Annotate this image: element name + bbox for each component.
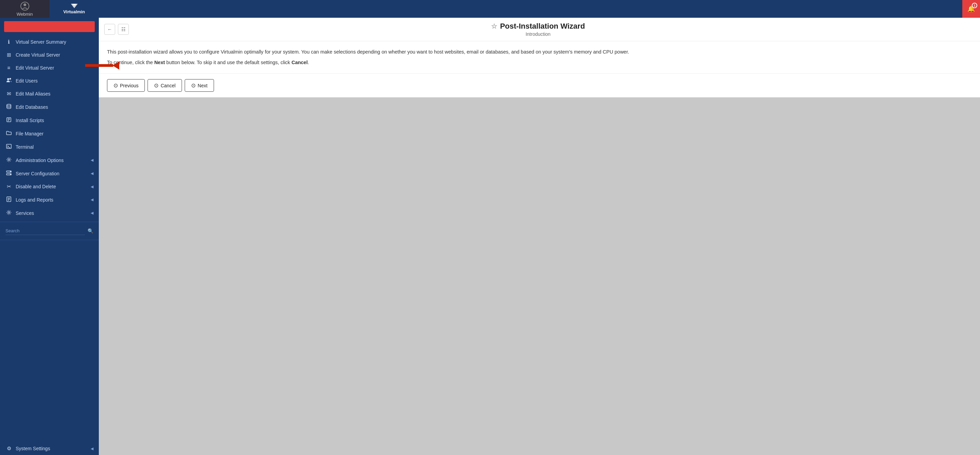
mail-icon: ✉ [5, 91, 12, 97]
webmin-icon [20, 2, 30, 11]
plus-icon: ⊞ [5, 52, 12, 58]
previous-button[interactable]: ⊙ Previous [107, 79, 145, 92]
users-icon [5, 77, 12, 84]
svg-point-17 [10, 174, 11, 175]
wizard-body-line2: To continue, click the Next button below… [107, 59, 972, 67]
sidebar-item-services[interactable]: Services ◀ [0, 206, 99, 220]
wizard-panel: ← ☷ ☆ Post-Installation Wizard Introduct… [99, 18, 980, 97]
svg-point-16 [10, 171, 11, 172]
virtualmin-label: Virtualmin [64, 9, 85, 14]
wizard-body-line1: This post-installation wizard allows you… [107, 48, 972, 56]
sidebar-divider [0, 222, 99, 222]
sidebar-item-disable-and-delete[interactable]: ✂ Disable and Delete ◀ [0, 180, 99, 193]
top-bar: Webmin Virtualmin 🔔 1 [0, 0, 980, 18]
sidebar-item-virtual-server-summary[interactable]: ℹ Virtual Server Summary [0, 35, 99, 48]
next-icon: ⊙ [191, 82, 196, 89]
sidebar-item-label: Terminal [16, 144, 34, 150]
sidebar: ℹ Virtual Server Summary ⊞ Create Virtua… [0, 18, 99, 455]
sidebar-item-label: File Manager [16, 131, 44, 136]
sidebar-item-label: Disable and Delete [16, 184, 56, 189]
webmin-tab[interactable]: Webmin [0, 0, 49, 18]
disable-icon: ✂ [5, 184, 12, 190]
wizard-header: ← ☷ ☆ Post-Installation Wizard Introduct… [99, 18, 980, 41]
scripts-icon [5, 117, 12, 123]
top-bar-right: 🔔 1 [99, 0, 980, 18]
cancel-icon: ⊙ [154, 82, 158, 89]
sidebar-item-create-virtual-server[interactable]: ⊞ Create Virtual Server [0, 48, 99, 61]
sidebar-divider-2 [0, 240, 99, 240]
svg-point-1 [24, 3, 26, 6]
logs-icon [5, 196, 12, 203]
chevron-right-icon: ◀ [91, 447, 93, 451]
chevron-right-icon: ◀ [91, 198, 93, 202]
sidebar-item-label: Install Scripts [16, 118, 44, 123]
sidebar-item-label: Create Virtual Server [16, 52, 60, 57]
star-icon: ☆ [491, 22, 497, 30]
wizard-actions: ⊙ Previous ⊙ Cancel ⊙ Next [99, 73, 980, 97]
svg-point-4 [7, 78, 9, 80]
chevron-right-icon: ◀ [91, 171, 93, 176]
sidebar-item-label: Edit Databases [16, 104, 48, 110]
search-icon[interactable]: 🔍 [88, 228, 93, 234]
chevron-right-icon: ◀ [91, 211, 93, 215]
notification-badge: 1 [972, 3, 977, 8]
wizard-title: ☆ Post-Installation Wizard [129, 22, 947, 31]
sidebar-search-row: 🔍 [0, 224, 99, 238]
edit-icon: ≡ [5, 65, 12, 70]
sidebar-item-label: Logs and Reports [16, 197, 54, 203]
webmin-label: Webmin [17, 11, 33, 17]
services-icon [5, 210, 12, 216]
main-content: ← ☷ ☆ Post-Installation Wizard Introduct… [99, 18, 980, 455]
sidebar-item-edit-databases[interactable]: Edit Databases [0, 100, 99, 113]
virtualmin-icon [71, 4, 78, 8]
sidebar-item-logs-and-reports[interactable]: Logs and Reports ◀ [0, 193, 99, 206]
sidebar-item-label: Edit Mail Aliases [16, 91, 51, 97]
sidebar-item-label: Services [16, 211, 34, 216]
server-config-icon [5, 170, 12, 177]
search-input[interactable] [5, 227, 85, 235]
admin-options-icon [5, 157, 12, 163]
sidebar-item-label: Edit Users [16, 78, 38, 83]
sidebar-item-system-settings[interactable]: ⚙ System Settings ◀ [0, 442, 99, 455]
next-button[interactable]: ⊙ Next [185, 79, 214, 92]
next-word: Next [154, 60, 165, 65]
wizard-header-left: ← ☷ [104, 24, 129, 35]
sidebar-item-server-configuration[interactable]: Server Configuration ◀ [0, 167, 99, 180]
wizard-title-area: ☆ Post-Installation Wizard Introduction [129, 22, 947, 37]
chevron-right-icon: ◀ [91, 158, 93, 162]
terminal-icon [5, 144, 12, 150]
notification-button[interactable]: 🔔 1 [962, 0, 980, 18]
sidebar-item-label: Edit Virtual Server [16, 65, 54, 70]
sidebar-item-label: Virtual Server Summary [16, 39, 66, 45]
folder-icon [5, 130, 12, 137]
sidebar-item-label: Server Configuration [16, 171, 59, 176]
cancel-button[interactable]: ⊙ Cancel [148, 79, 182, 92]
chevron-right-icon: ◀ [91, 185, 93, 189]
previous-icon: ⊙ [113, 82, 118, 89]
wizard-subtitle: Introduction [129, 31, 947, 37]
sidebar-item-install-scripts[interactable]: Install Scripts [0, 113, 99, 127]
cancel-word: Cancel [291, 60, 308, 65]
sidebar-accent-bar [4, 21, 95, 32]
sidebar-item-administration-options[interactable]: Administration Options ◀ [0, 153, 99, 167]
back-button[interactable]: ← [104, 24, 115, 35]
svg-point-5 [10, 78, 11, 80]
svg-point-6 [7, 104, 11, 106]
wizard-body: This post-installation wizard allows you… [99, 41, 980, 73]
sidebar-item-file-manager[interactable]: File Manager [0, 127, 99, 140]
svg-point-13 [8, 159, 10, 161]
svg-point-22 [8, 212, 10, 214]
sidebar-item-label: System Settings [16, 446, 50, 451]
sidebar-item-edit-mail-aliases[interactable]: ✉ Edit Mail Aliases [0, 87, 99, 100]
virtualmin-tab[interactable]: Virtualmin [49, 0, 99, 18]
sidebar-item-edit-virtual-server[interactable]: ≡ Edit Virtual Server [0, 61, 99, 74]
grid-button[interactable]: ☷ [118, 24, 129, 35]
database-icon [5, 104, 12, 110]
sidebar-item-label: Administration Options [16, 158, 64, 163]
sidebar-item-terminal[interactable]: Terminal [0, 140, 99, 153]
sidebar-item-edit-users[interactable]: Edit Users [0, 74, 99, 87]
info-icon: ℹ [5, 39, 12, 45]
system-settings-icon: ⚙ [5, 445, 12, 452]
